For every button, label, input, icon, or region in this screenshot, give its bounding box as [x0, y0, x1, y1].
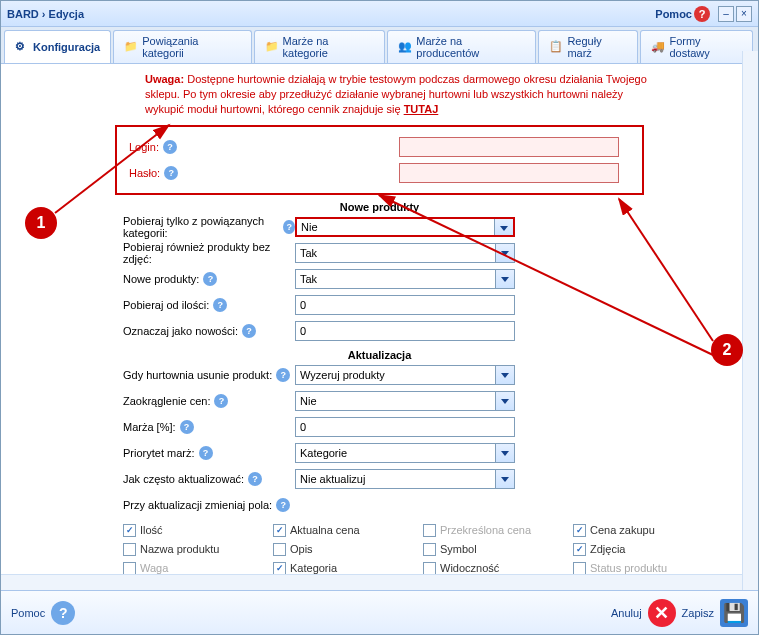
help-icon[interactable]: ?: [276, 368, 290, 382]
label-nowe-produkty: Nowe produkty: ?: [15, 272, 295, 286]
input-oznaczaj[interactable]: [295, 321, 515, 341]
save-label[interactable]: Zapisz: [682, 607, 714, 619]
gear-icon: ⚙: [15, 40, 29, 54]
footer: Pomoc ? Anuluj ✕ Zapisz 💾: [1, 590, 758, 634]
select-nowe-produkty[interactable]: Tak: [295, 269, 515, 289]
label-przy-akt: Przy aktualizacji zmieniaj pola: ?: [15, 498, 295, 512]
login-label: Login: ?: [123, 140, 399, 154]
credentials-box: Login: ? Hasło: ?: [115, 125, 644, 195]
checkbox-grid: Ilość Aktualna cena Przekreślona cena Ce…: [123, 521, 744, 578]
check-aktualna-cena[interactable]: Aktualna cena: [273, 521, 423, 540]
label-jak-czesto: Jak często aktualizować: ?: [15, 472, 295, 486]
footer-help-label[interactable]: Pomoc: [11, 607, 45, 619]
check-nazwa[interactable]: Nazwa produktu: [123, 540, 273, 559]
help-icon[interactable]: ?: [242, 324, 256, 338]
help-icon[interactable]: ?: [180, 420, 194, 434]
help-icon: ?: [694, 6, 710, 22]
select-priorytet[interactable]: Kategorie: [295, 443, 515, 463]
label-pobieraj-zdj: Pobieraj również produkty bez zdjęć:: [15, 241, 295, 265]
help-icon[interactable]: ?: [214, 394, 228, 408]
tab-powiazania[interactable]: 📁 Powiązania kategorii: [113, 30, 251, 63]
label-gdy-usunie: Gdy hurtownia usunie produkt: ?: [15, 368, 295, 382]
cancel-button[interactable]: ✕: [648, 599, 676, 627]
rules-icon: 📋: [549, 40, 563, 54]
folder-icon: 📁: [124, 40, 138, 54]
warning-message: Uwaga: Dostępne hurtownie działają w try…: [145, 72, 665, 117]
help-icon[interactable]: ?: [276, 498, 290, 512]
truck-icon: 🚚: [651, 40, 665, 54]
label-zaokraglenie: Zaokrąglenie cen: ?: [15, 394, 295, 408]
help-icon[interactable]: ?: [164, 166, 178, 180]
warning-link[interactable]: TUTAJ: [404, 103, 439, 115]
horizontal-scrollbar[interactable]: [1, 574, 742, 590]
check-ilosc[interactable]: Ilość: [123, 521, 273, 540]
help-icon[interactable]: ?: [51, 601, 75, 625]
help-icon[interactable]: ?: [283, 220, 295, 234]
tab-marze-kategorie[interactable]: 📁 Marże na kategorie: [254, 30, 386, 63]
label-marza: Marża [%]: ?: [15, 420, 295, 434]
input-marza[interactable]: [295, 417, 515, 437]
tab-marze-producentow[interactable]: 👥 Marże na producentów: [387, 30, 536, 63]
minimize-button[interactable]: –: [718, 6, 734, 22]
login-input[interactable]: [399, 137, 619, 157]
check-opis[interactable]: Opis: [273, 540, 423, 559]
vertical-scrollbar[interactable]: [742, 51, 758, 590]
tab-formy[interactable]: 🚚 Formy dostawy: [640, 30, 753, 63]
cancel-label[interactable]: Anuluj: [611, 607, 642, 619]
help-icon[interactable]: ?: [213, 298, 227, 312]
input-pobieraj-od[interactable]: [295, 295, 515, 315]
tab-bar: ⚙ Konfiguracja 📁 Powiązania kategorii 📁 …: [1, 27, 758, 64]
close-button[interactable]: ×: [736, 6, 752, 22]
tab-konfiguracja[interactable]: ⚙ Konfiguracja: [4, 30, 111, 63]
content-area: Uwaga: Dostępne hurtownie działają w try…: [1, 64, 758, 590]
haslo-input[interactable]: [399, 163, 619, 183]
folder-icon: 📁: [265, 40, 279, 54]
window-title: BARD › Edycja: [7, 8, 655, 20]
select-jak-czesto[interactable]: Nie aktualizuj: [295, 469, 515, 489]
select-pobieraj-zdj[interactable]: Tak: [295, 243, 515, 263]
section-aktualizacja: Aktualizacja: [15, 349, 744, 361]
label-oznaczaj: Oznaczaj jako nowości: ?: [15, 324, 295, 338]
label-pobieraj-kat: Pobieraj tylko z powiązanych kategorii: …: [15, 215, 295, 239]
select-zaokraglenie[interactable]: Nie: [295, 391, 515, 411]
select-pobieraj-kat[interactable]: Nie: [295, 217, 515, 237]
label-pobieraj-od: Pobieraj od ilości: ?: [15, 298, 295, 312]
select-gdy-usunie[interactable]: Wyzeruj produkty: [295, 365, 515, 385]
label-priorytet: Priorytet marż: ?: [15, 446, 295, 460]
help-icon[interactable]: ?: [248, 472, 262, 486]
section-nowe-produkty: Nowe produkty: [15, 201, 744, 213]
haslo-label: Hasło: ?: [123, 166, 399, 180]
save-button[interactable]: 💾: [720, 599, 748, 627]
people-icon: 👥: [398, 40, 412, 54]
help-link[interactable]: Pomoc ?: [655, 6, 710, 22]
titlebar: BARD › Edycja Pomoc ? – ×: [1, 1, 758, 27]
check-przekreslona: Przekreślona cena: [423, 521, 573, 540]
check-cena-zakupu[interactable]: Cena zakupu: [573, 521, 723, 540]
help-icon[interactable]: ?: [163, 140, 177, 154]
check-zdjecia[interactable]: Zdjęcia: [573, 540, 723, 559]
help-icon[interactable]: ?: [199, 446, 213, 460]
help-icon[interactable]: ?: [203, 272, 217, 286]
tab-reguly[interactable]: 📋 Reguły marż: [538, 30, 638, 63]
check-symbol[interactable]: Symbol: [423, 540, 573, 559]
